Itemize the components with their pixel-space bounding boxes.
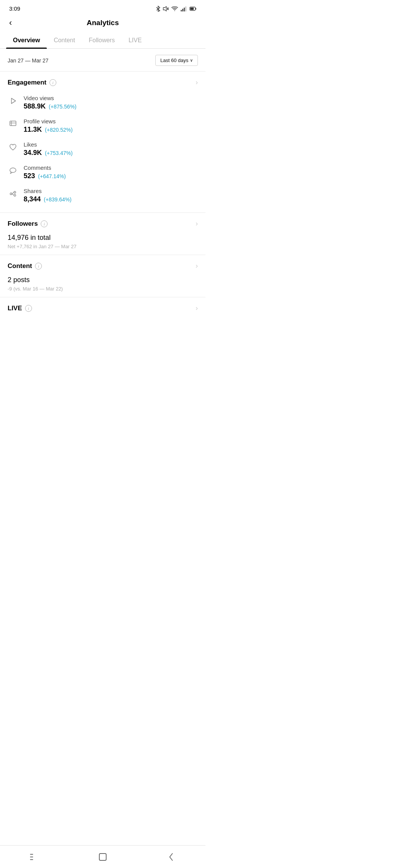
engagement-title: Engagement	[8, 79, 46, 86]
content-compare: -9 (vs. Mar 16 — Mar 22)	[8, 286, 198, 292]
profile-views-label: Profile views	[24, 118, 73, 124]
svg-rect-12	[10, 121, 16, 126]
video-views-change: (+875.56%)	[49, 104, 76, 110]
metric-likes: Likes 34.9K (+753.47%)	[8, 137, 198, 161]
followers-section: Followers i › 14,976 in total Net +7,762…	[0, 213, 206, 255]
video-views-value: 588.9K	[24, 102, 46, 110]
content-posts: 2 posts	[8, 274, 198, 284]
content-info-icon[interactable]: i	[35, 263, 42, 270]
video-views-label: Video views	[24, 95, 76, 101]
status-bar: 3:09	[0, 0, 206, 16]
followers-chevron-icon[interactable]: ›	[196, 220, 198, 228]
date-range-text: Jan 27 — Mar 27	[8, 57, 48, 64]
comments-label: Comments	[24, 164, 66, 171]
live-section: LIVE i ›	[0, 297, 206, 322]
profile-views-value: 11.3K	[24, 126, 42, 134]
engagement-title-row: Engagement i	[8, 79, 56, 86]
likes-value: 34.9K	[24, 149, 42, 157]
followers-title: Followers	[8, 220, 38, 228]
svg-point-3	[174, 10, 175, 11]
tab-content[interactable]: Content	[47, 33, 82, 48]
page-header: ‹ Analytics	[0, 16, 206, 33]
content-header: Content i ›	[8, 262, 198, 270]
comment-icon	[8, 165, 18, 176]
svg-rect-10	[190, 8, 194, 10]
followers-net: Net +7,762 in Jan 27 — Mar 27	[8, 244, 198, 249]
profile-views-change: (+820.52%)	[45, 127, 73, 133]
metric-comments: Comments 523 (+647.14%)	[8, 161, 198, 184]
content-chevron-icon[interactable]: ›	[196, 262, 198, 270]
svg-rect-4	[181, 10, 182, 11]
engagement-header: Engagement i ›	[8, 78, 198, 86]
date-range-row: Jan 27 — Mar 27 Last 60 days ∨	[0, 49, 206, 71]
metric-video-views: Video views 588.9K (+875.56%)	[8, 91, 198, 114]
shares-change: (+839.64%)	[44, 196, 72, 203]
heart-icon	[8, 142, 18, 153]
shares-value: 8,344	[24, 195, 41, 203]
svg-rect-5	[182, 9, 183, 11]
followers-total: 14,976 in total	[8, 232, 198, 242]
followers-info-icon[interactable]: i	[41, 220, 48, 227]
likes-label: Likes	[24, 141, 73, 148]
content-section: Content i › 2 posts -9 (vs. Mar 16 — Mar…	[0, 255, 206, 297]
shares-label: Shares	[24, 188, 72, 194]
tab-overview[interactable]: Overview	[6, 33, 47, 48]
svg-marker-0	[163, 6, 166, 11]
back-button[interactable]: ‹	[9, 18, 12, 28]
engagement-info-icon[interactable]: i	[49, 79, 56, 86]
engagement-section: Engagement i › Video views 588.9K (+875.…	[0, 72, 206, 212]
mute-icon	[163, 6, 169, 11]
live-info-icon[interactable]: i	[25, 305, 32, 312]
status-icons	[156, 6, 196, 12]
svg-rect-9	[196, 8, 196, 10]
svg-rect-7	[185, 6, 186, 11]
wifi-icon	[171, 6, 178, 11]
comments-value: 523	[24, 172, 35, 180]
svg-marker-11	[11, 98, 16, 104]
signal-icon	[180, 6, 187, 11]
tab-followers[interactable]: Followers	[82, 33, 121, 48]
tab-bar: Overview Content Followers LIVE	[0, 33, 206, 49]
followers-header: Followers i ›	[8, 220, 198, 228]
bluetooth-icon	[156, 6, 161, 12]
live-header: LIVE i ›	[8, 304, 198, 312]
play-icon	[8, 96, 18, 106]
status-time: 3:09	[9, 5, 20, 12]
profile-icon	[8, 119, 18, 129]
chevron-down-icon: ∨	[190, 58, 193, 63]
likes-change: (+753.47%)	[45, 150, 73, 156]
date-filter-button[interactable]: Last 60 days ∨	[155, 55, 198, 66]
share-icon	[8, 188, 18, 199]
comments-change: (+647.14%)	[38, 173, 66, 179]
engagement-chevron-icon[interactable]: ›	[196, 78, 198, 86]
svg-point-15	[10, 168, 16, 172]
live-chevron-icon[interactable]: ›	[196, 304, 198, 312]
content-title: Content	[8, 262, 32, 270]
battery-icon	[190, 6, 196, 11]
tab-live[interactable]: LIVE	[122, 33, 149, 48]
live-title: LIVE	[8, 305, 22, 312]
svg-rect-6	[184, 8, 185, 11]
page-title: Analytics	[87, 19, 119, 27]
metric-profile-views: Profile views 11.3K (+820.52%)	[8, 114, 198, 137]
metric-shares: Shares 8,344 (+839.64%)	[8, 184, 198, 207]
